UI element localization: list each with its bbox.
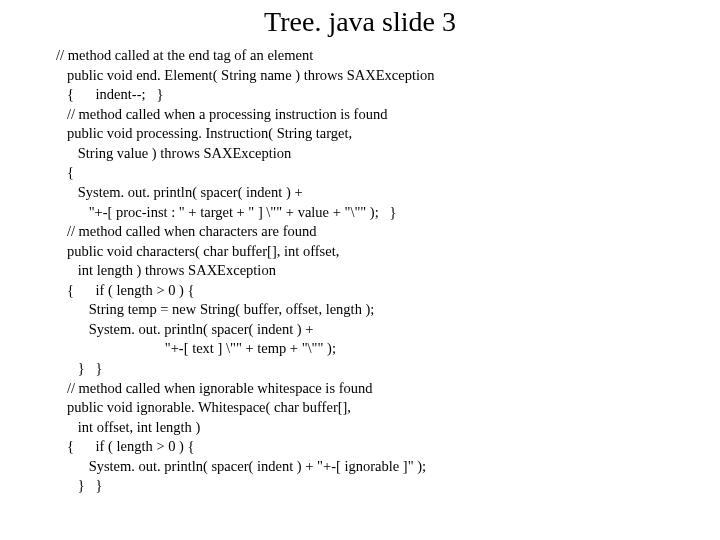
slide-container: Tree. java slide 3 // method called at t… xyxy=(0,0,720,516)
code-block: // method called at the end tag of an el… xyxy=(56,46,700,496)
slide-title: Tree. java slide 3 xyxy=(20,6,700,38)
